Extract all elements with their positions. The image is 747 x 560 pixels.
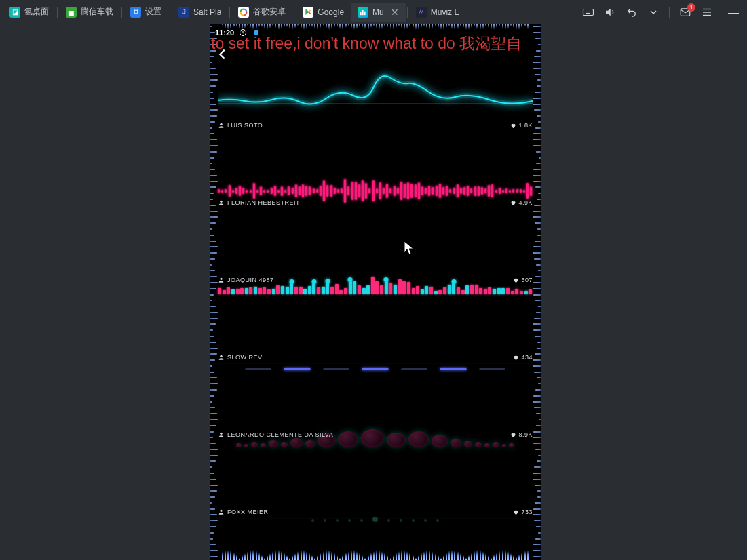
- clock: 11:20: [215, 28, 234, 37]
- app-icon: [416, 7, 427, 18]
- visualizer-item[interactable]: FOXX MEIER 733: [218, 441, 533, 519]
- likes-count: 4.9K: [510, 199, 533, 206]
- app-icon: J: [178, 7, 189, 18]
- mail-badge: 1: [687, 3, 695, 12]
- item-meta: LEONARDO CLEMENTE DA SILVA 8.9K: [218, 431, 533, 438]
- svg-point-22: [220, 278, 222, 280]
- tab-separator: [170, 7, 170, 18]
- visualizer-item[interactable]: JOAQUIN 4987 507: [218, 209, 533, 287]
- tray-separator: [669, 7, 670, 18]
- tab-separator: [121, 7, 122, 18]
- tab-tengxin[interactable]: ▅ 腾信车载: [59, 3, 120, 22]
- tab-settings[interactable]: ⚙ 设置: [123, 3, 168, 22]
- close-icon[interactable]: ✕: [391, 7, 399, 18]
- svg-rect-5: [362, 10, 364, 15]
- user-icon: [218, 122, 225, 129]
- visualizer-item[interactable]: SLOW REV 434: [218, 287, 533, 364]
- play-store-icon: [303, 7, 313, 18]
- undo-icon[interactable]: [626, 6, 638, 18]
- tab-salt[interactable]: J Salt Pla: [172, 3, 228, 22]
- chevron-down-icon[interactable]: [647, 6, 659, 18]
- svg-rect-18: [254, 30, 258, 35]
- likes-count: 434: [513, 354, 533, 361]
- visualizer-item[interactable]: LUIS SOTO 1.8K: [218, 55, 533, 132]
- author-label: FOXX MEIER: [227, 508, 269, 515]
- ambient-edge-top: [222, 24, 529, 31]
- tab-separator: [407, 7, 408, 18]
- svg-point-24: [220, 433, 222, 435]
- tab-label: 谷歌安卓: [253, 6, 286, 18]
- system-tray: 1: [582, 6, 744, 18]
- visualizer-list[interactable]: LUIS SOTO 1.8K FLORIAN HEBESTREIT 4.9K: [218, 55, 533, 560]
- svg-rect-4: [360, 12, 362, 15]
- svg-rect-7: [583, 9, 594, 15]
- user-icon: [218, 431, 225, 438]
- tab-muviz-e[interactable]: Muviz E: [409, 3, 467, 22]
- visualizer-preview: [218, 63, 533, 113]
- tab-label: 氢桌面: [24, 6, 49, 18]
- tab-label: 腾信车载: [81, 6, 113, 18]
- author-label: JOAQUIN 4987: [227, 277, 274, 283]
- app-icon: ◪: [9, 7, 20, 18]
- likes-count: 8.9K: [510, 431, 533, 438]
- tab-separator: [57, 7, 58, 18]
- tab-label: Mu: [372, 7, 384, 17]
- item-meta: LUIS SOTO 1.8K: [218, 122, 533, 129]
- author-label: FLORIAN HEBESTREIT: [227, 199, 300, 206]
- svg-rect-6: [364, 11, 366, 14]
- tab-label: Google: [318, 7, 344, 17]
- volume-icon[interactable]: [604, 6, 616, 18]
- user-icon: [218, 199, 225, 206]
- tab-label: Salt Pla: [193, 7, 221, 17]
- user-icon: [218, 277, 225, 283]
- app-icon: ▅: [66, 7, 77, 18]
- visualizer-item[interactable]: FLORIAN HEBESTREIT 4.9K: [218, 132, 533, 209]
- status-bar: 11:20: [215, 28, 261, 37]
- likes-count: 733: [513, 508, 533, 515]
- minimize-button[interactable]: [728, 13, 739, 14]
- item-meta: FOXX MEIER 733: [218, 508, 533, 515]
- svg-point-20: [220, 123, 222, 125]
- phone-viewport: 11:20 to set it free,i don't know what t…: [210, 24, 541, 560]
- tab-hydrogen[interactable]: ◪ 氢桌面: [3, 3, 56, 22]
- muviz-icon: [358, 7, 368, 18]
- svg-point-25: [220, 510, 222, 512]
- likes-count: 507: [513, 277, 533, 283]
- item-meta: JOAQUIN 4987 507: [218, 277, 533, 283]
- item-meta: SLOW REV 434: [218, 354, 533, 361]
- user-icon: [218, 508, 225, 515]
- item-meta: FLORIAN HEBESTREIT 4.9K: [218, 199, 533, 206]
- mail-icon[interactable]: 1: [679, 6, 691, 18]
- ambient-edge-right: [531, 24, 541, 560]
- back-button[interactable]: [215, 47, 230, 64]
- status-icon: [238, 28, 248, 37]
- gear-icon: ⚙: [130, 7, 141, 18]
- tab-strip: ◪ 氢桌面 ▅ 腾信车载 ⚙ 设置 J Salt Pla 谷歌安卓 Google…: [0, 0, 747, 24]
- tab-separator: [229, 7, 230, 18]
- tab-play[interactable]: Google: [296, 3, 351, 22]
- tab-google-android[interactable]: 谷歌安卓: [231, 3, 292, 22]
- tab-muviz-active[interactable]: Mu ✕: [351, 3, 406, 22]
- menu-icon[interactable]: [701, 6, 713, 18]
- user-icon: [218, 354, 225, 361]
- likes-count: 1.8K: [510, 122, 533, 129]
- author-label: LUIS SOTO: [227, 122, 263, 129]
- visualizer-item[interactable]: LEONARDO CLEMENTE DA SILVA 8.9K: [218, 364, 533, 441]
- keyboard-icon[interactable]: [582, 6, 594, 18]
- author-label: SLOW REV: [227, 354, 263, 361]
- tab-label: 设置: [145, 6, 161, 18]
- svg-point-21: [220, 201, 222, 203]
- author-label: LEONARDO CLEMENTE DA SILVA: [227, 431, 333, 438]
- svg-point-23: [220, 355, 222, 357]
- tab-label: Muviz E: [431, 7, 460, 17]
- google-icon: [238, 7, 249, 18]
- tab-separator: [294, 7, 294, 18]
- status-icon: [252, 28, 261, 37]
